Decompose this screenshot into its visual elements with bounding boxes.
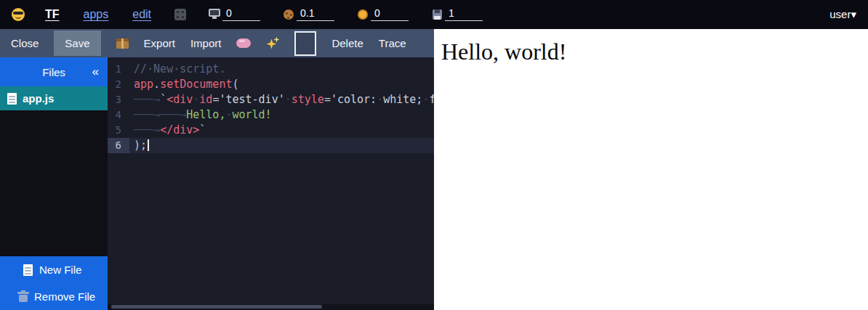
output-heading: Hello, world! bbox=[441, 38, 861, 65]
line-number: 1 bbox=[108, 62, 129, 77]
code-line: 4 ───→───→Hello,·world! bbox=[108, 107, 434, 123]
sparkles-icon bbox=[266, 37, 279, 50]
line-number: 5 bbox=[108, 123, 129, 138]
code-token: id bbox=[199, 93, 212, 106]
floppy-stat-value: 1 bbox=[445, 8, 483, 21]
monitor-icon bbox=[208, 8, 222, 21]
trash-icon bbox=[19, 295, 28, 302]
code-token: ───→ bbox=[134, 93, 160, 106]
horizontal-scrollbar[interactable] bbox=[108, 304, 434, 310]
code-token: ───→───→ bbox=[134, 108, 186, 121]
floppy-icon bbox=[430, 8, 445, 21]
code-area: 1 //·New·script. 2 app.setDocument( 3 ──… bbox=[108, 57, 434, 153]
remove-file-label: Remove File bbox=[34, 290, 95, 303]
coin-icon bbox=[356, 8, 371, 21]
code-token: //·New·script. bbox=[134, 62, 225, 76]
coin-stat[interactable]: 0 bbox=[356, 8, 409, 21]
code-editor[interactable]: 1 //·New·script. 2 app.setDocument( 3 ──… bbox=[108, 57, 434, 310]
code-token: · bbox=[193, 93, 199, 106]
new-file-button[interactable]: New File bbox=[0, 256, 108, 283]
line-number: 2 bbox=[108, 77, 129, 92]
line-number: 4 bbox=[108, 107, 129, 123]
code-token: setDocument bbox=[160, 78, 232, 91]
code-token: style bbox=[292, 93, 324, 106]
new-file-label: New File bbox=[39, 264, 81, 276]
line-number: 3 bbox=[108, 92, 129, 107]
code-token: ` bbox=[160, 93, 166, 106]
app-root: TF apps edit 0 0.1 0 1 user▾ Close Save bbox=[0, 0, 868, 310]
floppy-stat[interactable]: 1 bbox=[430, 8, 483, 21]
nav-edit-link[interactable]: edit bbox=[132, 8, 151, 21]
collapse-sidebar-button[interactable]: « bbox=[92, 65, 99, 79]
smiley-sunglasses-icon[interactable] bbox=[12, 8, 25, 21]
topbar: TF apps edit 0 0.1 0 1 user▾ bbox=[0, 0, 868, 29]
control-panel-button[interactable] bbox=[174, 9, 186, 20]
code-line-active: 6 ); bbox=[108, 138, 434, 153]
new-file-icon bbox=[23, 264, 33, 276]
package-icon bbox=[116, 38, 129, 49]
file-name: app.js bbox=[23, 92, 54, 105]
sparkles-button[interactable] bbox=[266, 37, 279, 50]
code-token: 'color: bbox=[331, 93, 377, 106]
control-knobs-icon bbox=[174, 9, 186, 20]
code-token: ───→ bbox=[134, 123, 160, 136]
code-token: ); bbox=[134, 139, 147, 152]
package-button[interactable] bbox=[116, 38, 129, 49]
nav-apps-link[interactable]: apps bbox=[84, 8, 109, 21]
trace-button[interactable]: Trace bbox=[379, 37, 406, 49]
code-token: . bbox=[153, 78, 160, 91]
code-token: app bbox=[134, 78, 153, 91]
close-button[interactable]: Close bbox=[11, 37, 39, 49]
cookie-icon bbox=[282, 8, 297, 21]
import-button[interactable]: Import bbox=[190, 37, 222, 49]
code-token: · bbox=[377, 93, 383, 106]
monitor-stat[interactable]: 0 bbox=[208, 8, 260, 21]
blank-glyph-button[interactable] bbox=[294, 31, 316, 56]
file-item-appjs[interactable]: app.js bbox=[0, 86, 108, 110]
user-menu[interactable]: user▾ bbox=[829, 8, 856, 21]
save-button[interactable]: Save bbox=[54, 30, 100, 56]
delete-button[interactable]: Delete bbox=[331, 37, 363, 49]
line-number: 6 bbox=[108, 138, 129, 153]
code-token: white; bbox=[383, 93, 422, 106]
soap-icon bbox=[236, 38, 251, 48]
code-token: f bbox=[429, 93, 434, 106]
code-line: 5 ───→</div>` bbox=[108, 123, 434, 138]
export-button[interactable]: Export bbox=[144, 37, 175, 49]
files-sidebar: Files « app.js New File Remove File bbox=[0, 57, 108, 310]
monitor-stat-value: 0 bbox=[222, 8, 260, 21]
document-icon bbox=[7, 93, 17, 105]
cookie-stat[interactable]: 0.1 bbox=[282, 8, 334, 21]
editor-toolbar: Close Save Export Import Delete Trace bbox=[0, 29, 434, 57]
brand-link[interactable]: TF bbox=[45, 8, 60, 21]
text-cursor bbox=[148, 139, 149, 151]
code-token: world! bbox=[232, 108, 271, 121]
scrollbar-thumb[interactable] bbox=[111, 305, 322, 309]
cookie-stat-value: 0.1 bbox=[297, 8, 334, 21]
soap-button[interactable] bbox=[236, 38, 251, 48]
files-header-label: Files bbox=[42, 66, 65, 78]
code-line: 3 ───→`<div·id='test-div'·style='color:·… bbox=[108, 92, 434, 107]
code-token: </div> bbox=[160, 123, 199, 136]
code-token: <div bbox=[166, 93, 193, 106]
code-token: Hello, bbox=[186, 108, 225, 121]
code-token: = bbox=[324, 93, 331, 106]
output-panel: Hello, world! bbox=[434, 29, 868, 310]
code-token: ( bbox=[232, 78, 238, 91]
code-line: 1 //·New·script. bbox=[108, 62, 434, 77]
code-token: · bbox=[285, 93, 292, 106]
file-list-area bbox=[0, 110, 108, 256]
code-token: ` bbox=[199, 123, 206, 136]
coin-stat-value: 0 bbox=[371, 8, 409, 21]
remove-file-button[interactable]: Remove File bbox=[0, 283, 108, 310]
code-line: 2 app.setDocument( bbox=[108, 77, 434, 92]
files-header: Files « bbox=[0, 57, 108, 86]
code-token: 'test-div' bbox=[219, 93, 284, 106]
